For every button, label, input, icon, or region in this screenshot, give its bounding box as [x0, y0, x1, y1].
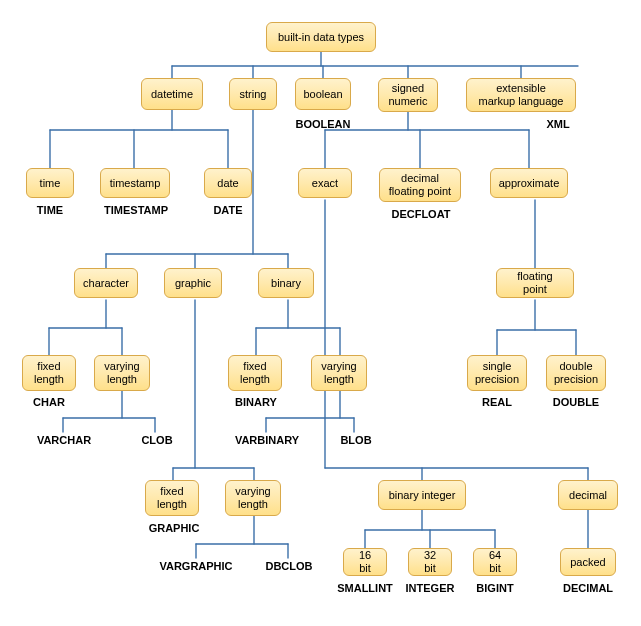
label-char: CHAR: [28, 396, 70, 408]
label-bigint: BIGINT: [470, 582, 520, 594]
label-double: DOUBLE: [549, 396, 603, 408]
label-binary: BINARY: [229, 396, 283, 408]
label-varbinary: VARBINARY: [230, 434, 304, 446]
node-binary: binary: [258, 268, 314, 298]
node-character: character: [74, 268, 138, 298]
node-double-precision: double precision: [546, 355, 606, 391]
node-signed-numeric: signed numeric: [378, 78, 438, 112]
node-graphic: graphic: [164, 268, 222, 298]
label-vargraphic: VARGRAPHIC: [155, 560, 237, 572]
node-floating-point: floating point: [496, 268, 574, 298]
node-graphic-varying: varying length: [225, 480, 281, 516]
node-datetime: datetime: [141, 78, 203, 110]
label-boolean: BOOLEAN: [293, 118, 353, 130]
node-string: string: [229, 78, 277, 110]
label-smallint: SMALLINT: [333, 582, 397, 594]
node-binary-integer: binary integer: [378, 480, 466, 510]
node-bin-fixed: fixed length: [228, 355, 282, 391]
label-varchar: VARCHAR: [32, 434, 96, 446]
node-packed: packed: [560, 548, 616, 576]
label-clob: CLOB: [136, 434, 178, 446]
node-root: built-in data types: [266, 22, 376, 52]
node-date: date: [204, 168, 252, 198]
label-xml: XML: [540, 118, 576, 130]
label-decimal: DECIMAL: [558, 582, 618, 594]
node-char-varying: varying length: [94, 355, 150, 391]
node-decimal: decimal: [558, 480, 618, 510]
label-timestamp: TIMESTAMP: [99, 204, 173, 216]
node-decfloat: decimal floating point: [379, 168, 461, 202]
label-date: DATE: [208, 204, 248, 216]
node-32bit: 32 bit: [408, 548, 452, 576]
label-real: REAL: [476, 396, 518, 408]
node-64bit: 64 bit: [473, 548, 517, 576]
node-timestamp: timestamp: [100, 168, 170, 198]
label-integer: INTEGER: [402, 582, 458, 594]
node-char-fixed: fixed length: [22, 355, 76, 391]
node-16bit: 16 bit: [343, 548, 387, 576]
label-graphic: GRAPHIC: [143, 522, 205, 534]
node-graphic-fixed: fixed length: [145, 480, 199, 516]
node-boolean: boolean: [295, 78, 351, 110]
label-dbclob: DBCLOB: [258, 560, 320, 572]
label-blob: BLOB: [335, 434, 377, 446]
node-time: time: [26, 168, 74, 198]
node-single-precision: single precision: [467, 355, 527, 391]
node-xml: extensible markup language: [466, 78, 576, 112]
label-time: TIME: [31, 204, 69, 216]
label-decfloat: DECFLOAT: [388, 208, 454, 220]
node-approximate: approximate: [490, 168, 568, 198]
node-bin-varying: varying length: [311, 355, 367, 391]
diagram-canvas: built-in data types datetime string bool…: [0, 0, 641, 626]
node-exact: exact: [298, 168, 352, 198]
